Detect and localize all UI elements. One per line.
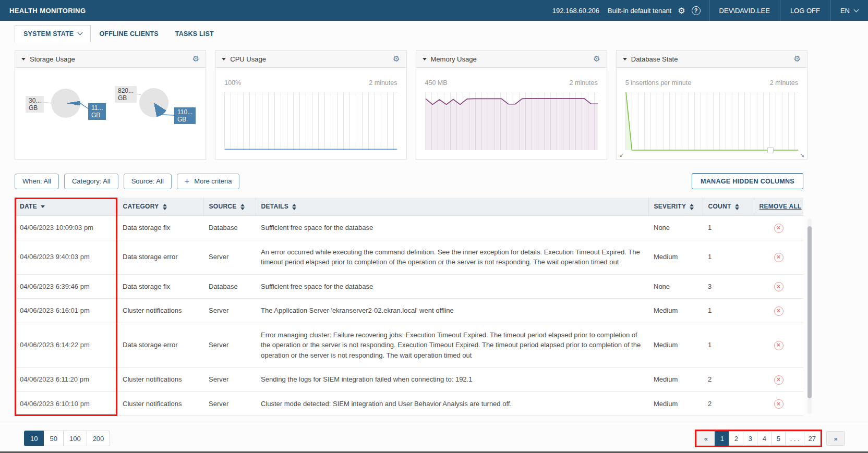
column-header-count[interactable]: COUNT xyxy=(703,198,754,216)
column-header-category[interactable]: CATEGORY xyxy=(117,198,203,216)
tenant-name: Built-in default tenant xyxy=(608,7,671,15)
table-header-row: DATE CATEGORY SOURCE DETAILS SEVERITY CO… xyxy=(15,198,803,216)
table-vertical-scrollbar[interactable] xyxy=(807,218,812,414)
page-size-10-button[interactable]: 10 xyxy=(24,431,44,446)
event-category: Data storage fix xyxy=(117,216,203,240)
column-header-date[interactable]: DATE xyxy=(15,198,117,216)
widget-settings-gear-icon[interactable] xyxy=(393,54,400,64)
top-navbar: HEALTH MONITORING 192.168.60.206 Built-i… xyxy=(0,0,868,21)
event-date: 04/06/2023 6:11:20 pm xyxy=(15,368,117,392)
widget-settings-gear-icon[interactable] xyxy=(794,54,801,64)
remove-all-link[interactable]: REMOVE ALL xyxy=(760,203,802,210)
event-source: Server xyxy=(203,240,256,274)
event-details: Sufficient free space for the database xyxy=(256,216,648,240)
chevron-down-icon xyxy=(78,30,83,35)
column-label: CATEGORY xyxy=(123,203,159,210)
chart-slider-handle[interactable] xyxy=(767,147,774,153)
page-size-100-button[interactable]: 100 xyxy=(64,431,87,446)
tab-tasks-list[interactable]: TASKS LIST xyxy=(167,25,222,42)
widgets-row: Storage Usage 30... GB 11... GB 820... xyxy=(15,50,807,160)
filters-row: When: All Category: All Source: All More… xyxy=(15,173,803,189)
page-size-selector: 10 50 100 200 xyxy=(24,431,110,446)
table-bottom-strip xyxy=(0,416,868,422)
widget-memory-header[interactable]: Memory Usage xyxy=(416,51,607,68)
tab-offline-clients[interactable]: OFFLINE CLIENTS xyxy=(91,25,166,42)
resize-handle-bottom-right-icon[interactable] xyxy=(800,152,804,158)
storage-pie-chart[interactable] xyxy=(139,88,168,117)
column-header-source[interactable]: SOURCE xyxy=(203,198,256,216)
table-row[interactable]: 04/06/2023 6:10:10 pm Cluster notificati… xyxy=(15,391,803,416)
remove-event-icon[interactable] xyxy=(774,375,783,385)
table-row[interactable]: 04/06/2023 6:11:20 pm Cluster notificati… xyxy=(15,368,803,392)
pagination-page-button[interactable]: 4 xyxy=(757,431,771,446)
event-severity: Medium xyxy=(648,368,703,392)
events-table: DATE CATEGORY SOURCE DETAILS SEVERITY CO… xyxy=(15,198,803,416)
table-row[interactable]: 04/06/2023 9:40:03 pm Data storage error… xyxy=(15,240,803,274)
widget-cpu-header[interactable]: CPU Usage xyxy=(215,51,406,68)
help-icon[interactable] xyxy=(692,6,701,15)
filter-category-button[interactable]: Category: All xyxy=(64,174,118,189)
widget-settings-gear-icon[interactable] xyxy=(192,54,199,64)
filter-when-button[interactable]: When: All xyxy=(15,174,59,189)
tab-system-state[interactable]: SYSTEM STATE xyxy=(15,25,91,42)
page-size-200-button[interactable]: 200 xyxy=(87,431,111,446)
y-axis-label: 450 MB xyxy=(425,79,448,87)
chevron-down-icon xyxy=(854,7,859,12)
tab-tasks-list-label: TASKS LIST xyxy=(175,30,214,38)
event-source: Database xyxy=(203,274,256,299)
app-title: HEALTH MONITORING xyxy=(9,7,86,15)
event-date: 04/06/2023 6:10:10 pm xyxy=(15,391,117,416)
filter-source-button[interactable]: Source: All xyxy=(124,174,172,189)
page-size-50-button[interactable]: 50 xyxy=(44,431,63,446)
remove-event-icon[interactable] xyxy=(774,341,783,350)
remove-event-icon[interactable] xyxy=(774,253,783,262)
table-row[interactable]: 04/06/2023 6:16:01 pm Cluster notificati… xyxy=(15,299,803,323)
language-selector[interactable]: EN xyxy=(830,0,868,21)
pagination-page-button[interactable]: 27 xyxy=(804,431,821,446)
pagination-page-button[interactable]: 5 xyxy=(771,431,786,446)
pagination-highlight-box: « 1 2 3 4 5 . . . 27 xyxy=(695,430,822,447)
tab-offline-clients-label: OFFLINE CLIENTS xyxy=(99,30,158,38)
widget-settings-gear-icon[interactable] xyxy=(593,54,600,64)
widget-title: Database State xyxy=(631,55,678,63)
log-off-button[interactable]: LOG OFF xyxy=(780,0,830,21)
pagination-prev-button[interactable]: « xyxy=(696,431,715,446)
table-row[interactable]: 04/06/2023 6:39:46 pm Data storage fix D… xyxy=(15,274,803,299)
pagination-page-button[interactable]: 1 xyxy=(715,431,729,446)
user-menu[interactable]: DEV\DAVID.LEE xyxy=(709,0,780,21)
remove-event-icon[interactable] xyxy=(774,399,783,409)
username: DEV\DAVID.LEE xyxy=(719,7,770,15)
pagination-page-button[interactable]: 2 xyxy=(729,431,743,446)
table-row[interactable]: 04/06/2023 10:09:03 pm Data storage fix … xyxy=(15,216,803,240)
x-axis-label: 2 minutes xyxy=(570,79,598,87)
tenant-settings-gear-icon[interactable] xyxy=(678,6,685,16)
storage-pie-chart[interactable] xyxy=(51,89,80,118)
widget-database-header[interactable]: Database State xyxy=(617,51,807,68)
manage-hidden-columns-button[interactable]: MANAGE HIDDEN COLUMNS xyxy=(692,173,803,189)
widget-storage-header[interactable]: Storage Usage xyxy=(15,51,206,68)
pie-free-label: 820... GB xyxy=(115,86,137,103)
sort-desc-icon xyxy=(41,205,45,208)
event-count: 2 xyxy=(703,368,754,392)
event-source: Server xyxy=(203,323,256,368)
remove-event-icon[interactable] xyxy=(774,282,783,291)
pagination-next-button[interactable]: » xyxy=(826,431,845,446)
scrollbar-thumb[interactable] xyxy=(807,226,812,398)
remove-event-icon[interactable] xyxy=(774,307,783,316)
resize-handle-bottom-left-icon[interactable] xyxy=(619,152,624,158)
pagination-ellipsis-button[interactable]: . . . xyxy=(785,431,804,446)
event-category: Data storage error xyxy=(117,240,203,274)
pagination-controls: « 1 2 3 4 5 . . . 27 » xyxy=(695,430,845,447)
event-count: 1 xyxy=(703,240,754,274)
event-source: Database xyxy=(203,216,256,240)
event-source: Server xyxy=(203,299,256,323)
pagination-page-button[interactable]: 3 xyxy=(743,431,757,446)
column-header-details[interactable]: DETAILS xyxy=(256,198,648,216)
column-label: DETAILS xyxy=(261,203,289,210)
event-count: 2 xyxy=(703,391,754,416)
remove-event-icon[interactable] xyxy=(774,224,783,233)
event-count: 3 xyxy=(703,274,754,299)
column-header-severity[interactable]: SEVERITY xyxy=(648,198,703,216)
table-row[interactable]: 04/06/2023 6:14:22 pm Data storage error… xyxy=(15,323,803,368)
more-criteria-button[interactable]: More criteria xyxy=(177,174,240,189)
